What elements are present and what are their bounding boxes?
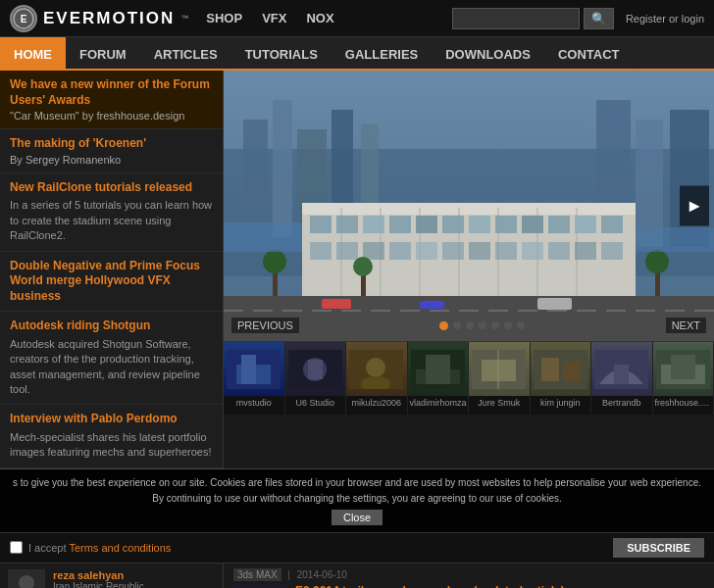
svg-rect-43: [575, 242, 596, 260]
next-button[interactable]: NEXT: [666, 318, 706, 333]
nav-tutorials[interactable]: TUTORIALS: [231, 37, 332, 71]
bottom-content: reza salehyan Iran Islamic Republic Of, …: [0, 564, 714, 588]
article-meta-1: 3ds MAX | 2014-06-10: [233, 569, 704, 580]
register-link[interactable]: Register or login: [626, 13, 704, 24]
main-content: We have a new winner of the Forum Users'…: [0, 71, 714, 468]
svg-rect-34: [336, 242, 358, 260]
dot-6[interactable]: [517, 321, 525, 329]
thumb-label-kim: kim jungin: [531, 396, 591, 410]
thumb-mvstudio[interactable]: mvstudio: [224, 342, 285, 415]
svg-rect-75: [563, 362, 581, 381]
svg-rect-47: [322, 299, 351, 309]
cookie-bar: s to give you the best experience on our…: [0, 468, 714, 532]
dot-0[interactable]: [439, 321, 448, 330]
news-item-6: Interview with Pablo Perdomo Mech-specia…: [0, 405, 223, 467]
news-title-1[interactable]: We have a new winner of the Forum Users'…: [10, 77, 213, 108]
slider-dots: [439, 321, 525, 330]
center-content: ► PREVIOUS NEXT: [224, 71, 714, 468]
terms-checkbox[interactable]: [10, 541, 23, 554]
slider-next-arrow[interactable]: ►: [680, 186, 709, 226]
article-title-1[interactable]: E3 2014 trailers and gameplays (updated …: [295, 584, 666, 588]
thumb-vladimr[interactable]: vladimirhomza: [408, 342, 470, 415]
news-item-3: New RailClone tutorials released In a se…: [0, 173, 223, 252]
svg-rect-57: [636, 227, 714, 252]
cookie-text: s to give you the best experience on our…: [13, 477, 701, 504]
subscribe-button[interactable]: SUBSCRIBE: [613, 538, 704, 558]
news-item-1: We have a new winner of the Forum Users'…: [0, 71, 223, 129]
article-text-1: E3 2014 trailers and gameplays (updated …: [295, 584, 666, 588]
svg-rect-80: [671, 355, 695, 379]
svg-point-51: [263, 250, 286, 273]
dot-4[interactable]: [491, 321, 499, 329]
svg-rect-29: [522, 216, 543, 233]
svg-rect-77: [614, 365, 629, 384]
nav-home[interactable]: HOME: [0, 37, 66, 71]
news-title-6[interactable]: Interview with Pablo Perdomo: [10, 412, 213, 427]
thumb-kim[interactable]: kim jungin: [531, 342, 592, 415]
svg-rect-56: [224, 222, 302, 252]
svg-rect-48: [420, 301, 444, 309]
svg-rect-30: [548, 216, 570, 233]
nav-downloads[interactable]: DOWNLOADS: [432, 37, 544, 71]
svg-rect-27: [469, 216, 490, 233]
terms-label: I accept Terms and conditions: [28, 542, 171, 554]
nav-contact[interactable]: CONTACT: [544, 37, 634, 71]
user-name-1: reza salehyan: [53, 569, 144, 581]
prev-button[interactable]: PREVIOUS: [231, 318, 299, 333]
news-title-3[interactable]: New RailClone tutorials released: [10, 180, 213, 196]
svg-rect-35: [363, 242, 384, 260]
user-loc-1: Iran Islamic Republic: [53, 581, 144, 588]
thumb-bertrand[interactable]: Bertrandb: [591, 342, 653, 415]
vfx-link[interactable]: VFX: [262, 11, 286, 25]
thumb-label-u6studio: U6 Studio: [285, 396, 346, 410]
dot-2[interactable]: [466, 321, 474, 329]
search-input[interactable]: [452, 8, 580, 29]
dot-5[interactable]: [504, 321, 512, 329]
thumb-freshhouse[interactable]: freshhouse.design: [653, 342, 715, 415]
search-button[interactable]: 🔍: [584, 8, 614, 29]
nav-articles[interactable]: ARTICLES: [140, 37, 231, 71]
svg-rect-13: [302, 203, 636, 215]
svg-rect-44: [601, 242, 623, 260]
thumb-u6studio[interactable]: U6 Studio: [285, 342, 347, 415]
svg-rect-40: [495, 242, 517, 260]
thumb-label-freshhouse: freshhouse.design: [653, 396, 714, 410]
top-nav: SHOP VFX NOX: [206, 11, 333, 25]
news-item-4: Double Negative and Prime Focus World me…: [0, 252, 223, 313]
news-title-2[interactable]: The making of 'Kroenen': [10, 136, 213, 152]
svg-rect-41: [522, 242, 543, 260]
shop-link[interactable]: SHOP: [206, 11, 242, 25]
svg-rect-60: [241, 355, 256, 384]
thumb-label-jure: Jure Smuk: [469, 396, 530, 410]
terms-link[interactable]: Terms and conditions: [69, 542, 171, 554]
nav-forum[interactable]: FORUM: [66, 37, 140, 71]
svg-rect-31: [575, 216, 596, 233]
header: E EVERMOTION ™ SHOP VFX NOX 🔍 Register o…: [0, 0, 714, 37]
news-item-2: The making of 'Kroenen' By Sergey Romane…: [0, 129, 223, 173]
navbar: HOME FORUM ARTICLES TUTORIALS GALLERIES …: [0, 37, 714, 71]
svg-rect-49: [537, 298, 572, 310]
nav-galleries[interactable]: GALLERIES: [332, 37, 432, 71]
meta-separator: |: [287, 569, 290, 580]
svg-rect-38: [442, 242, 464, 260]
svg-rect-39: [469, 242, 490, 260]
svg-rect-5: [273, 100, 292, 237]
dot-3[interactable]: [479, 321, 486, 329]
close-cookie-button[interactable]: Close: [332, 510, 382, 525]
nox-link[interactable]: NOX: [306, 11, 333, 25]
svg-rect-37: [416, 242, 437, 260]
dot-1[interactable]: [453, 321, 461, 329]
software-label: 3ds MAX: [233, 568, 281, 581]
svg-rect-25: [416, 216, 437, 233]
bottom-section: I accept Terms and conditions SUBSCRIBE …: [0, 532, 714, 588]
svg-rect-21: [310, 216, 332, 233]
news-title-4[interactable]: Double Negative and Prime Focus World me…: [10, 259, 213, 305]
svg-rect-69: [426, 355, 450, 384]
svg-point-55: [645, 250, 669, 273]
thumb-mikulzu[interactable]: mikulzu2006: [346, 342, 408, 415]
svg-point-65: [366, 358, 385, 377]
thumb-label-mikulzu: mikulzu2006: [346, 396, 407, 410]
thumb-jure[interactable]: Jure Smuk: [469, 342, 531, 415]
news-title-5[interactable]: Autodesk riding Shotgun: [10, 318, 213, 334]
image-slider: ► PREVIOUS NEXT: [224, 71, 714, 341]
